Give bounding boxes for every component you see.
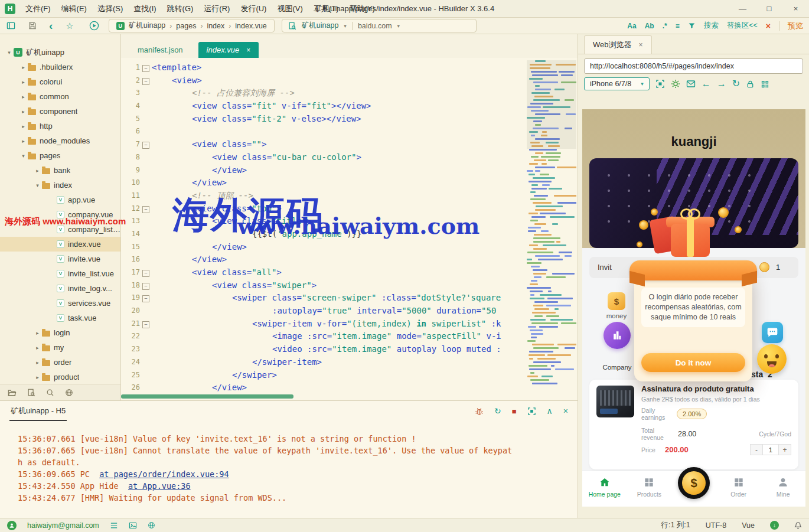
tree-item-my[interactable]: ▸my xyxy=(0,340,120,355)
tab-bar-item-order[interactable]: Order xyxy=(716,471,761,507)
breadcrumb-item-3[interactable]: index.vue xyxy=(235,22,267,30)
gutter[interactable]: 20 xyxy=(121,305,152,318)
bookmark-star-icon[interactable]: ☆ xyxy=(66,21,73,31)
breadcrumb-item-2[interactable]: index xyxy=(207,22,224,30)
tree-item-index[interactable]: ▾index xyxy=(0,178,120,192)
gutter[interactable]: 6 xyxy=(121,125,152,138)
gutter[interactable]: 16 xyxy=(121,253,152,266)
tree-caret-icon[interactable]: ▸ xyxy=(19,79,28,85)
browser-tab-close-icon[interactable]: × xyxy=(639,41,643,49)
gutter[interactable]: 9 xyxy=(121,164,152,177)
forward-arrow-icon[interactable]: → xyxy=(717,79,726,89)
restart-icon[interactable]: ↻ xyxy=(494,407,501,415)
collapse-panel-icon[interactable]: ∧ xyxy=(547,407,553,415)
device-select[interactable]: iPhone 6/7/8 ▾ xyxy=(584,77,650,90)
stop-icon[interactable]: ■ xyxy=(512,407,517,415)
tree-item-invite_log.v...[interactable]: Vinvite_log.v... xyxy=(0,281,120,296)
search-engine[interactable]: baidu.com xyxy=(358,22,392,30)
gutter[interactable]: 15 xyxy=(121,241,152,254)
menu-item-3[interactable]: 查找(I) xyxy=(128,1,161,17)
console-source-link[interactable]: at pages/order/index.vue:94 xyxy=(99,469,229,479)
fold-marker-icon[interactable] xyxy=(140,266,151,279)
regex-toggle[interactable]: .* xyxy=(663,22,667,30)
run-icon[interactable] xyxy=(89,21,99,31)
tree-item-invite.vue[interactable]: Vinvite.vue xyxy=(0,252,120,266)
screenshot-icon[interactable] xyxy=(527,407,536,416)
multiline-toggle[interactable]: ≡ xyxy=(676,22,680,30)
console-tab[interactable]: 矿机uinapp - H5 xyxy=(9,401,67,421)
gutter[interactable]: 26 xyxy=(121,381,152,392)
save-icon[interactable] xyxy=(28,21,37,30)
tab-bar-item-products[interactable]: Products xyxy=(627,471,672,507)
filter-funnel-icon[interactable] xyxy=(688,22,696,30)
menu-item-7[interactable]: 视图(V) xyxy=(272,1,308,17)
console-source-link[interactable]: at App.vue:36 xyxy=(128,481,191,491)
editor-tab-index.vue[interactable]: index.vue× xyxy=(198,42,259,58)
tree-item-services.vue[interactable]: Vservices.vue xyxy=(0,296,120,311)
tree-item-order[interactable]: ▸order xyxy=(0,355,120,370)
fold-marker-icon[interactable] xyxy=(140,279,151,292)
toggle-sidebar-icon[interactable] xyxy=(6,21,16,30)
tree-caret-icon[interactable]: ▸ xyxy=(33,345,42,351)
debug-bug-icon[interactable] xyxy=(475,407,484,416)
tree-caret-icon[interactable]: ▸ xyxy=(33,168,42,174)
replace-area-toggle[interactable]: 替换区<< xyxy=(727,21,758,31)
breadcrumb-item-1[interactable]: pages xyxy=(176,22,196,30)
gutter[interactable]: 2 xyxy=(121,74,152,87)
menu-item-5[interactable]: 运行(R) xyxy=(198,1,235,17)
back-arrow-icon[interactable]: ← xyxy=(702,79,711,89)
tree-item-pages[interactable]: ▾pages xyxy=(0,148,120,163)
tree-caret-icon[interactable]: ▸ xyxy=(33,374,42,380)
language-mode[interactable]: Vue xyxy=(742,521,755,530)
minimize-button[interactable]: — xyxy=(729,0,756,17)
gutter[interactable]: 19 xyxy=(121,292,152,305)
gutter[interactable]: 14 xyxy=(121,228,152,241)
outline-list-icon[interactable] xyxy=(110,522,118,529)
chat-feature-icon[interactable] xyxy=(762,322,783,343)
gutter[interactable]: 3 xyxy=(121,87,152,100)
gutter[interactable]: 10 xyxy=(121,177,152,190)
fold-marker-icon[interactable] xyxy=(140,292,151,305)
gutter[interactable]: 18 xyxy=(121,279,152,292)
recharge-coin-button[interactable]: $ xyxy=(671,471,716,507)
tree-caret-icon[interactable]: ▸ xyxy=(19,109,28,115)
settings-gear-icon[interactable] xyxy=(671,79,680,89)
fold-marker-icon[interactable] xyxy=(140,138,151,151)
preview-button[interactable]: 预览 xyxy=(788,21,803,31)
fold-marker-icon[interactable] xyxy=(140,203,151,216)
minimap[interactable] xyxy=(527,60,576,390)
do-it-now-button[interactable]: Do it now xyxy=(641,353,745,372)
tree-caret-icon[interactable]: ▸ xyxy=(19,94,28,100)
tree-caret-icon[interactable]: ▾ xyxy=(19,153,28,159)
plugin-globe-icon[interactable] xyxy=(148,521,155,529)
tree-item-矿机uinapp[interactable]: ▾U矿机uinapp xyxy=(0,45,120,60)
horizontal-scrollbar-thumb[interactable] xyxy=(121,394,293,399)
tree-item-colorui[interactable]: ▸colorui xyxy=(0,74,120,89)
tree-item-component[interactable]: ▸component xyxy=(0,104,120,119)
capture-icon[interactable] xyxy=(655,79,665,89)
menu-item-6[interactable]: 发行(U) xyxy=(235,1,272,17)
tree-caret-icon[interactable]: ▸ xyxy=(19,64,28,70)
account-avatar-icon[interactable] xyxy=(7,521,17,530)
tree-caret-icon[interactable]: ▸ xyxy=(19,123,28,129)
minimap-viewport[interactable] xyxy=(527,60,576,149)
whole-word-toggle[interactable]: Ab xyxy=(645,22,654,30)
update-download-icon[interactable]: ↓ xyxy=(770,521,779,530)
match-case-toggle[interactable]: Aa xyxy=(627,22,636,30)
tree-item-http[interactable]: ▸http xyxy=(0,119,120,133)
gutter[interactable]: 21 xyxy=(121,318,152,331)
close-button[interactable]: × xyxy=(782,0,809,17)
tab-close-icon[interactable]: × xyxy=(246,46,250,54)
gutter[interactable]: 7 xyxy=(121,138,152,151)
product-card[interactable]: Assinatura do produto gratuita Ganhe 2R$… xyxy=(589,380,798,469)
money-feature-icon[interactable]: $ xyxy=(608,292,625,310)
quantity-plus-button[interactable]: + xyxy=(778,444,791,455)
notification-bell-icon[interactable] xyxy=(794,521,802,530)
account-email[interactable]: haiwaiym@gmail.com xyxy=(27,521,99,530)
cursor-position[interactable]: 行:1 列:1 xyxy=(661,520,690,530)
search-button[interactable]: 搜索 xyxy=(704,21,719,31)
tree-item-.hbuilderx[interactable]: ▸.hbuilderx xyxy=(0,60,120,74)
refresh-icon[interactable]: ↻ xyxy=(732,79,740,89)
chevron-down-icon[interactable]: ▾ xyxy=(397,23,400,29)
tab-bar-item-home-page[interactable]: Home page xyxy=(582,471,627,507)
